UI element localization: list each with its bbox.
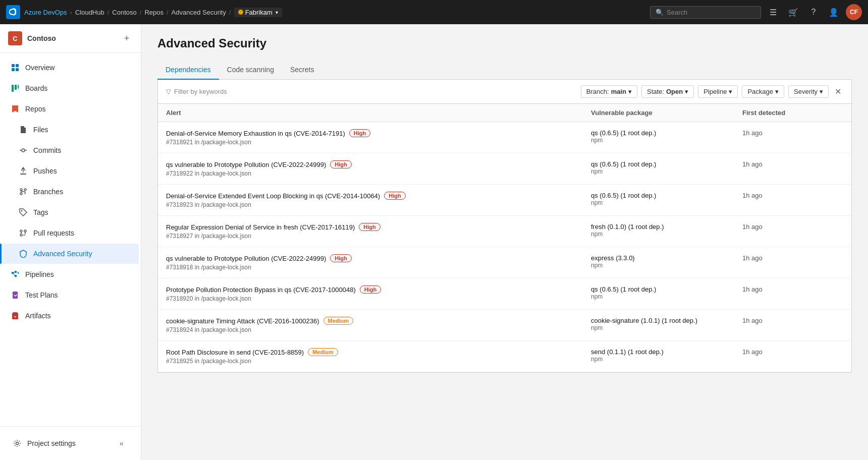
alert-cell: Prototype Pollution Protection Bypass in…: [166, 285, 591, 302]
table-row[interactable]: Denial-of-Service Memory Exhaustion in q…: [158, 122, 851, 153]
tab-bar: Dependencies Code scanning Secrets: [157, 61, 852, 80]
first-detected: 1h ago: [742, 223, 843, 231]
search-input[interactable]: [667, 9, 755, 16]
sidebar-item-project-settings[interactable]: Project settings «: [4, 431, 137, 455]
severity-filter[interactable]: Severity ▾: [788, 85, 829, 98]
profile-icon[interactable]: 👤: [826, 4, 842, 20]
tab-secrets[interactable]: Secrets: [282, 61, 322, 80]
table-row[interactable]: Denial-of-Service Extended Event Loop Bl…: [158, 185, 851, 216]
alert-cell: Denial-of-Service Memory Exhaustion in q…: [166, 129, 591, 146]
alert-subtitle: #7318925 in /package-lock.json: [166, 358, 591, 365]
sidebar-item-boards[interactable]: Boards: [2, 78, 139, 98]
severity-badge: Medium: [308, 348, 338, 356]
package-name: qs (0.6.5) (1 root dep.): [591, 160, 742, 168]
sidebar-item-pushes[interactable]: Pushes: [2, 161, 139, 181]
alert-subtitle: #7318927 in /package-lock.json: [166, 233, 591, 240]
alert-subtitle: #7318923 in /package-lock.json: [166, 201, 591, 208]
sidebar-item-pull-requests[interactable]: Pull requests: [2, 223, 139, 243]
package-type: npm: [591, 231, 742, 238]
advanced-security-icon: [18, 249, 28, 259]
svg-point-14: [21, 210, 23, 212]
svg-rect-0: [12, 64, 15, 67]
sidebar-item-tags[interactable]: Tags: [2, 202, 139, 222]
sidebar-item-files[interactable]: Files: [2, 120, 139, 140]
svg-rect-5: [15, 85, 17, 90]
alert-title: Denial-of-Service Memory Exhaustion in q…: [166, 129, 591, 137]
alert-cell: qs vulnerable to Prototype Pollution (CV…: [166, 254, 591, 271]
svg-rect-3: [16, 68, 19, 71]
commits-icon: [18, 145, 28, 155]
search-box[interactable]: 🔍: [650, 6, 761, 19]
table-row[interactable]: qs vulnerable to Prototype Pollution (CV…: [158, 247, 851, 278]
filter-keyword-placeholder: Filter by keywords: [174, 88, 227, 95]
package-name: send (0.1.1) (1 root dep.): [591, 348, 742, 356]
package-name: qs (0.6.5) (1 root dep.): [591, 129, 742, 137]
collapse-sidebar-button[interactable]: «: [115, 436, 129, 450]
sidebar-item-branches[interactable]: Branches: [2, 182, 139, 202]
alert-cell: Root Path Disclosure in send (CVE-2015-8…: [166, 348, 591, 365]
sidebar-item-advanced-security[interactable]: Advanced Security: [2, 244, 139, 264]
svg-point-13: [20, 193, 22, 195]
package-cell: qs (0.6.5) (1 root dep.) npm: [591, 129, 742, 144]
package-cell: fresh (0.1.0) (1 root dep.) npm: [591, 223, 742, 238]
breadcrumb-repo-pill[interactable]: Fabrikam ▾: [234, 8, 282, 17]
alert-cell: qs vulnerable to Prototype Pollution (CV…: [166, 160, 591, 177]
breadcrumb-contoso[interactable]: Contoso: [112, 9, 136, 16]
breadcrumb-advanced-security[interactable]: Advanced Security: [172, 9, 226, 16]
tab-code-scanning[interactable]: Code scanning: [219, 61, 282, 80]
azure-devops-logo[interactable]: [6, 5, 20, 19]
table-row[interactable]: qs vulnerable to Prototype Pollution (CV…: [158, 153, 851, 185]
breadcrumb-repos[interactable]: Repos: [144, 9, 164, 16]
basket-icon[interactable]: 🛒: [785, 4, 801, 20]
sidebar-item-label: Overview: [25, 64, 55, 72]
sidebar-item-label: Artifacts: [25, 312, 51, 320]
col-detected: First detected: [742, 109, 843, 117]
sidebar-item-artifacts[interactable]: Artifacts: [2, 306, 139, 326]
brand-link[interactable]: Azure DevOps: [24, 9, 67, 16]
avatar[interactable]: CF: [846, 4, 862, 20]
package-cell: qs (0.6.5) (1 root dep.) npm: [591, 192, 742, 206]
pipeline-filter[interactable]: Pipeline ▾: [698, 85, 738, 98]
package-cell: send (0.1.1) (1 root dep.) npm: [591, 348, 742, 363]
clear-filters-button[interactable]: ✕: [833, 85, 843, 98]
tags-icon: [18, 207, 28, 217]
svg-rect-4: [12, 85, 14, 92]
sidebar-item-test-plans[interactable]: Test Plans: [2, 285, 139, 305]
alert-subtitle: #7318924 in /package-lock.json: [166, 326, 591, 333]
overview-icon: [10, 63, 20, 73]
branch-value: main: [611, 88, 626, 95]
package-filter[interactable]: Package ▾: [742, 85, 784, 98]
sidebar-item-repos[interactable]: Repos: [2, 99, 139, 119]
sidebar-item-commits[interactable]: Commits: [2, 140, 139, 160]
branch-filter[interactable]: Branch: main ▾: [581, 85, 637, 98]
table-row[interactable]: Prototype Pollution Protection Bypass in…: [158, 278, 851, 310]
state-filter[interactable]: State: Open ▾: [641, 85, 694, 98]
sidebar-nav: Overview Boards Repos File: [0, 53, 141, 426]
sidebar-item-label: Boards: [25, 84, 47, 92]
alerts-table: Alert Vulnerable package First detected …: [157, 104, 852, 373]
sidebar-item-label: Pull requests: [33, 229, 74, 237]
alert-cell: cookie-signature Timing Attack (CVE-2016…: [166, 317, 591, 333]
branch-label: Branch:: [586, 88, 609, 95]
tab-dependencies[interactable]: Dependencies: [157, 61, 219, 80]
severity-badge: High: [359, 223, 380, 231]
table-row[interactable]: cookie-signature Timing Attack (CVE-2016…: [158, 310, 851, 341]
package-type: npm: [591, 168, 742, 175]
filter-keyword[interactable]: ▽ Filter by keywords: [166, 88, 575, 95]
severity-badge: High: [360, 285, 381, 294]
alert-title: qs vulnerable to Prototype Pollution (CV…: [166, 160, 591, 168]
table-row[interactable]: Root Path Disclosure in send (CVE-2015-8…: [158, 341, 851, 372]
chevron-down-icon: ▾: [628, 88, 632, 95]
svg-line-22: [14, 272, 15, 273]
settings-icon[interactable]: ☰: [765, 4, 781, 20]
package-label: Package: [747, 88, 773, 95]
alert-title: Regular Expression Denial of Service in …: [166, 223, 591, 231]
sidebar-item-overview[interactable]: Overview: [2, 58, 139, 78]
filter-icon: ▽: [166, 88, 171, 95]
table-row[interactable]: Regular Expression Denial of Service in …: [158, 216, 851, 247]
help-icon[interactable]: ?: [805, 4, 822, 20]
breadcrumb-cloudhub[interactable]: CloudHub: [75, 9, 104, 16]
add-org-button[interactable]: +: [121, 32, 133, 44]
sidebar-item-pipelines[interactable]: Pipelines: [2, 264, 139, 284]
first-detected: 1h ago: [742, 285, 843, 293]
